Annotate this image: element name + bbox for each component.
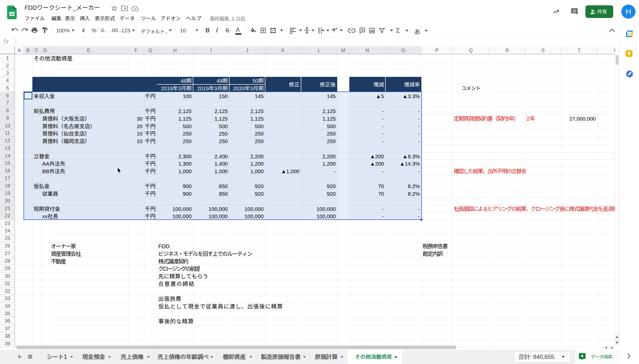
- svg-text:31: 31: [628, 32, 631, 35]
